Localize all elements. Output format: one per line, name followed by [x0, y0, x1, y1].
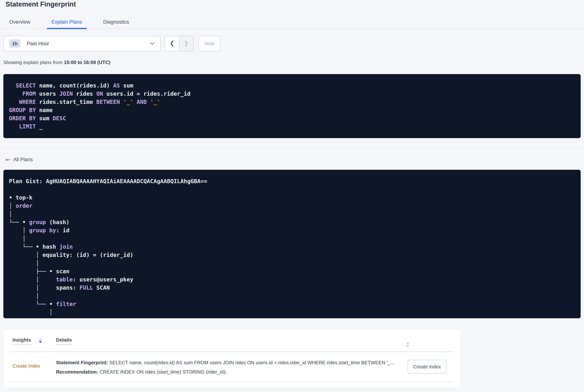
tab-overview[interactable]: Overview: [4, 16, 35, 29]
statement-fingerprint-page: Statement Fingerprint OverviewExplain Pl…: [0, 0, 584, 392]
tab-diagnostics[interactable]: Diagnostics: [98, 16, 134, 29]
chevron-left-icon: [170, 40, 174, 47]
plan-gist: Plan Gist: AgHUAQIABQAAAAHYAQIAiAEAAAADC…: [9, 177, 581, 186]
insights-column-header: Insights: [12, 337, 56, 345]
table-row: Create Index Statement Fingerprint: SELE…: [3, 352, 460, 382]
sql-statement-box: SELECT name, count(rides.id) AS sum FROM…: [3, 74, 581, 138]
insights-table-card: Insights Details Create Index Statement …: [3, 329, 460, 388]
plan-blank-line: [9, 186, 581, 194]
sort-asc-icon: [39, 338, 42, 340]
insights-table-header: Insights Details: [12, 337, 451, 345]
time-range-label: Past Hour: [27, 41, 49, 46]
chevron-down-icon: [150, 42, 155, 45]
plan-tree: • top-k│ order│└── • group (hash) │ grou…: [9, 194, 581, 316]
insights-sort-control[interactable]: [39, 338, 42, 343]
all-plans-label: All Plans: [13, 157, 33, 162]
time-range-select[interactable]: 1h Past Hour: [3, 36, 161, 51]
sort-desc-icon: [406, 345, 409, 347]
details-column-header: Details: [56, 337, 72, 345]
time-pager: [164, 36, 194, 51]
detail-line: Statement Fingerprint: SELECT name, coun…: [56, 358, 403, 367]
insight-type-link[interactable]: Create Index: [12, 358, 56, 382]
detail-line: Recommendation: CREATE INDEX ON rides (s…: [56, 367, 403, 376]
tab-label: Diagnostics: [103, 19, 129, 25]
now-button[interactable]: Now: [198, 36, 220, 51]
create-index-button[interactable]: Create Index: [408, 360, 447, 374]
next-time-button[interactable]: [179, 36, 193, 51]
prev-time-button[interactable]: [165, 36, 179, 51]
time-range-badge: 1h: [9, 40, 20, 48]
time-controls: 1h Past Hour Now: [3, 36, 220, 51]
sort-desc-icon: [39, 341, 42, 343]
insights-column-label[interactable]: Insights: [12, 337, 31, 345]
time-range-caption: Showing explain plans from 15:00 to 16:5…: [3, 60, 110, 65]
tab-label: Overview: [9, 19, 30, 25]
tab-bar: OverviewExplain PlansDiagnostics: [0, 17, 584, 29]
sort-asc-icon: [406, 342, 409, 344]
all-plans-link[interactable]: ← All Plans: [5, 157, 33, 162]
back-arrow-icon: ←: [5, 157, 10, 162]
tab-label: Explain Plans: [51, 19, 82, 25]
section-divider: [0, 147, 584, 148]
page-title: Statement Fingerprint: [5, 0, 76, 8]
plan-gist-box: Plan Gist: AgHUAQIABQAAAAHYAQIAiAEAAAADC…: [3, 170, 581, 318]
details-column-label[interactable]: Details: [56, 337, 72, 345]
caption-prefix: Showing explain plans from: [3, 60, 64, 65]
row-separator: [9, 382, 453, 382]
tab-explain-plans[interactable]: Explain Plans: [47, 16, 87, 29]
caption-range: 15:00 to 16:59 (UTC): [64, 60, 110, 65]
details-sort-control[interactable]: [406, 342, 409, 347]
insight-details-cell: Statement Fingerprint: SELECT name, coun…: [56, 358, 403, 382]
chevron-right-icon: [184, 40, 188, 47]
